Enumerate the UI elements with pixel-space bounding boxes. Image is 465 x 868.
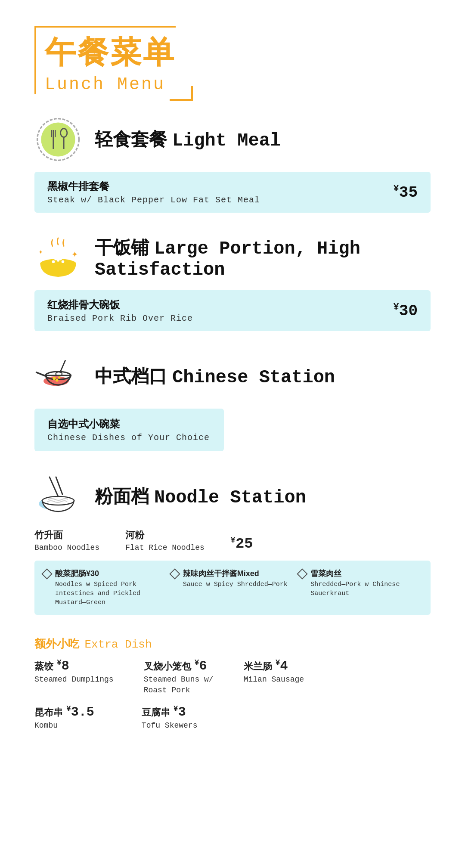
noodle-opt-3-en: Shredded—Pork w Chinese Sauerkraut	[310, 580, 422, 598]
svg-point-26	[42, 496, 74, 505]
noodle-option-3: 雪菜肉丝 Shredded—Pork w Chinese Sauerkraut	[298, 568, 422, 607]
extra-tofu-price: ¥3	[174, 704, 186, 719]
noodle-opt-2-zh: 辣味肉丝干拌酱Mixed	[183, 568, 288, 579]
section-header-light-meal: 轻食套餐Light Meal	[34, 116, 431, 163]
extra-buns-zh: 叉烧小笼包	[144, 660, 191, 673]
noodle-flat-rice-zh: 河粉	[125, 529, 205, 542]
svg-text:✦: ✦	[71, 250, 78, 259]
noodle-option-2-text: 辣味肉丝干拌酱Mixed Sauce w Spicy Shredded—Pork	[183, 568, 288, 589]
extra-buns-row: 叉烧小笼包 ¥6	[144, 658, 214, 673]
extra-kombu-price: ¥3.5	[66, 704, 94, 719]
title-zh: 午餐菜单	[45, 32, 176, 73]
extra-dish-header: 额外小吃 Extra Dish	[34, 636, 431, 651]
svg-point-21	[58, 376, 60, 378]
light-meal-icon	[34, 116, 82, 163]
svg-point-20	[53, 377, 56, 380]
menu-item-pork-rib: 红烧排骨大碗饭 Braised Pork Rib Over Rice ¥30	[34, 290, 431, 331]
noodle-options-box: 酸菜肥肠¥30 Noodles w Spiced Pork Intestines…	[34, 561, 431, 615]
extra-buns-price: ¥6	[195, 658, 207, 673]
extra-label-zh: 额外小吃	[34, 637, 79, 650]
extra-row-1: 蒸饺 ¥8 Steamed Dumplings 叉烧小笼包 ¥6 Steamed…	[34, 658, 431, 696]
svg-line-16	[37, 372, 46, 376]
svg-line-18	[60, 360, 65, 372]
extra-tofu-row: 豆腐串 ¥3	[142, 704, 198, 719]
section-extra-dish: 额外小吃 Extra Dish 蒸饺 ¥8 Steamed Dumplings …	[34, 636, 431, 732]
extra-buns-en: Steamed Buns w/Roast Pork	[144, 674, 214, 696]
svg-point-22	[56, 379, 58, 381]
extra-tofu-zh: 豆腐串	[142, 706, 170, 719]
extra-item-sausage: 米兰肠 ¥4 Milan Sausage	[244, 658, 304, 696]
svg-point-8	[52, 260, 55, 264]
section-title-large-portion: 干饭铺Large Portion, High Satisfaction	[95, 236, 431, 280]
large-portion-icon: ✦ ✦	[34, 234, 82, 282]
header: 午餐菜单 Lunch Menu	[34, 26, 431, 94]
menu-item-steak-zh: 黑椒牛排套餐	[47, 180, 394, 193]
extra-dumplings-zh: 蒸饺	[34, 660, 53, 673]
extra-kombu-en: Kombu	[34, 720, 94, 731]
noodle-opt-2-en: Sauce w Spicy Shredded—Pork	[183, 580, 288, 589]
chinese-station-name-en: Chinese Dishes of Your Choice	[47, 433, 211, 443]
menu-item-pork-rib-price: ¥30	[394, 302, 418, 320]
section-title-chinese-station: 中式档口Chinese Station	[95, 364, 335, 388]
extra-tofu-en: Tofu Skewers	[142, 720, 198, 731]
section-light-meal: 轻食套餐Light Meal 黑椒牛排套餐 Steak w/ Black Pep…	[34, 116, 431, 213]
section-header-noodle-station: 粉面档Noodle Station	[34, 473, 431, 520]
noodle-bamboo-en: Bamboo Noodles	[34, 543, 99, 552]
noodle-station-icon	[34, 473, 82, 520]
extra-sausage-zh: 米兰肠	[244, 660, 272, 673]
noodle-items-row: 竹升面 Bamboo Noodles 河粉 Flat Rice Noodles …	[34, 529, 431, 552]
svg-point-11	[54, 257, 57, 260]
diamond-icon-3	[297, 568, 308, 579]
svg-point-12	[59, 257, 62, 260]
noodle-item-flat-rice: 河粉 Flat Rice Noodles	[125, 529, 205, 552]
chinese-station-item-box: 自选中式小碗菜 Chinese Dishes of Your Choice	[34, 409, 224, 451]
extra-item-kombu: 昆布串 ¥3.5 Kombu	[34, 704, 94, 731]
extra-kombu-row: 昆布串 ¥3.5	[34, 704, 94, 719]
extra-dumplings-en: Steamed Dumplings	[34, 674, 114, 685]
section-chinese-station: 中式档口Chinese Station 自选中式小碗菜 Chinese Dish…	[34, 353, 431, 451]
diamond-icon-2	[169, 568, 180, 579]
diamond-icon-1	[41, 568, 52, 579]
menu-item-steak-info: 黑椒牛排套餐 Steak w/ Black Pepper Low Fat Set…	[47, 180, 394, 205]
noodle-option-2: 辣味肉丝干拌酱Mixed Sauce w Spicy Shredded—Pork	[171, 568, 294, 607]
extra-sausage-row: 米兰肠 ¥4	[244, 658, 304, 673]
section-header-chinese-station: 中式档口Chinese Station	[34, 353, 431, 400]
noodle-option-3-text: 雪菜肉丝 Shredded—Pork w Chinese Sauerkraut	[310, 568, 422, 598]
svg-line-24	[56, 477, 62, 494]
chinese-station-item: 自选中式小碗菜 Chinese Dishes of Your Choice	[34, 409, 224, 451]
extra-dumplings-price: ¥8	[57, 658, 69, 673]
menu-item-steak-en: Steak w/ Black Pepper Low Fat Set Meal	[47, 195, 394, 205]
section-header-large-portion: ✦ ✦ 干饭铺Large Portion, High Satisfaction	[34, 234, 431, 282]
section-title-noodle-station: 粉面档Noodle Station	[95, 484, 306, 508]
header-box: 午餐菜单 Lunch Menu	[34, 26, 176, 94]
svg-point-10	[62, 260, 65, 264]
chinese-station-name-zh: 自选中式小碗菜	[47, 417, 211, 431]
noodle-opt-3-zh: 雪菜肉丝	[310, 568, 422, 579]
noodle-opt-1-zh: 酸菜肥肠¥30	[55, 568, 167, 579]
extra-item-tofu: 豆腐串 ¥3 Tofu Skewers	[142, 704, 198, 731]
extra-sausage-price: ¥4	[276, 658, 288, 673]
menu-item-pork-rib-zh: 红烧排骨大碗饭	[47, 298, 394, 312]
extra-item-dumplings: 蒸饺 ¥8 Steamed Dumplings	[34, 658, 114, 696]
noodle-item-bamboo: 竹升面 Bamboo Noodles	[34, 529, 99, 552]
svg-text:✦: ✦	[38, 249, 43, 255]
extra-kombu-zh: 昆布串	[34, 706, 63, 719]
section-large-portion: ✦ ✦ 干饭铺Large Portion, High Satisfaction …	[34, 234, 431, 331]
svg-point-1	[41, 122, 75, 156]
noodle-price: ¥25	[230, 535, 253, 552]
extra-row-2: 昆布串 ¥3.5 Kombu 豆腐串 ¥3 Tofu Skewers	[34, 704, 431, 731]
title-en: Lunch Menu	[45, 75, 176, 94]
chinese-station-icon	[34, 353, 82, 400]
svg-point-9	[57, 259, 60, 262]
section-title-light-meal: 轻食套餐Light Meal	[95, 127, 281, 152]
noodle-option-1: 酸菜肥肠¥30 Noodles w Spiced Pork Intestines…	[43, 568, 167, 607]
extra-dumplings-row: 蒸饺 ¥8	[34, 658, 114, 673]
menu-item-pork-rib-info: 红烧排骨大碗饭 Braised Pork Rib Over Rice	[47, 298, 394, 323]
section-noodle-station: 粉面档Noodle Station 竹升面 Bamboo Noodles 河粉 …	[34, 473, 431, 615]
noodle-opt-1-en: Noodles w Spiced Pork Intestines and Pic…	[55, 580, 167, 607]
noodle-bamboo-zh: 竹升面	[34, 529, 99, 542]
menu-item-steak-price: ¥35	[394, 183, 418, 202]
noodle-option-1-text: 酸菜肥肠¥30 Noodles w Spiced Pork Intestines…	[55, 568, 167, 607]
extra-item-buns: 叉烧小笼包 ¥6 Steamed Buns w/Roast Pork	[144, 658, 214, 696]
extra-sausage-en: Milan Sausage	[244, 674, 304, 685]
